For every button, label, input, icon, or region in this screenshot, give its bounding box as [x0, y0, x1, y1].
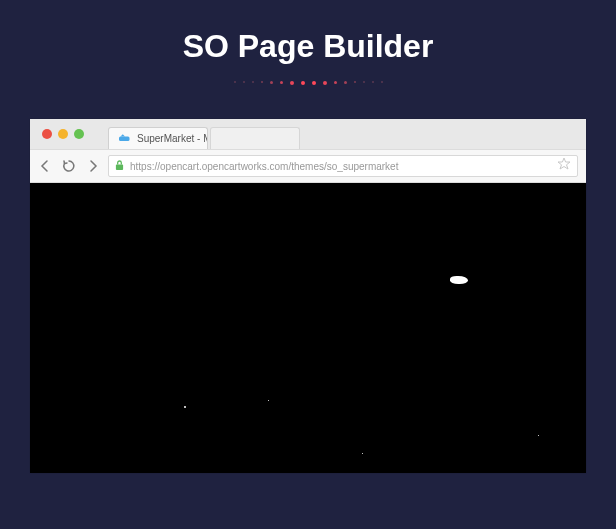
dot	[372, 81, 374, 83]
forward-button[interactable]	[86, 159, 100, 173]
dot	[243, 81, 245, 83]
back-button[interactable]	[38, 159, 52, 173]
minimize-button[interactable]	[58, 129, 68, 139]
reload-button[interactable]	[62, 159, 76, 173]
maximize-button[interactable]	[74, 129, 84, 139]
dot	[290, 81, 294, 85]
dot	[381, 81, 383, 83]
dot	[363, 81, 365, 83]
dot	[312, 81, 316, 85]
content-speck	[362, 453, 363, 454]
dot	[252, 81, 254, 83]
lock-icon	[115, 157, 124, 175]
dot	[323, 81, 327, 85]
page-viewport	[30, 183, 586, 473]
browser-window: SuperMarket - Multi https://op	[30, 119, 586, 473]
browser-tab-blank[interactable]	[210, 127, 300, 149]
dot	[280, 81, 283, 84]
star-icon[interactable]	[557, 157, 571, 175]
content-speck	[450, 276, 468, 284]
window-controls	[38, 129, 84, 149]
tab-label: SuperMarket - Multi	[137, 133, 208, 144]
dot	[234, 81, 236, 83]
nav-bar: https://opencart.opencartworks.com/theme…	[30, 149, 586, 183]
tab-favicon	[119, 133, 131, 145]
content-speck	[268, 400, 269, 401]
address-bar[interactable]: https://opencart.opencartworks.com/theme…	[108, 155, 578, 177]
decorative-dots	[0, 81, 616, 85]
dot	[301, 81, 305, 85]
dot	[354, 81, 356, 83]
url-text: https://opencart.opencartworks.com/theme…	[130, 161, 551, 172]
svg-rect-0	[119, 136, 130, 141]
browser-tab[interactable]: SuperMarket - Multi	[108, 127, 208, 149]
nav-buttons	[38, 159, 100, 173]
content-speck	[538, 435, 539, 436]
svg-rect-1	[116, 165, 123, 170]
page-title: SO Page Builder	[0, 28, 616, 65]
dot	[344, 81, 347, 84]
dot	[270, 81, 273, 84]
content-speck	[184, 406, 186, 408]
dot	[261, 81, 263, 83]
close-button[interactable]	[42, 129, 52, 139]
dot	[334, 81, 337, 84]
tab-strip: SuperMarket - Multi	[30, 119, 586, 149]
